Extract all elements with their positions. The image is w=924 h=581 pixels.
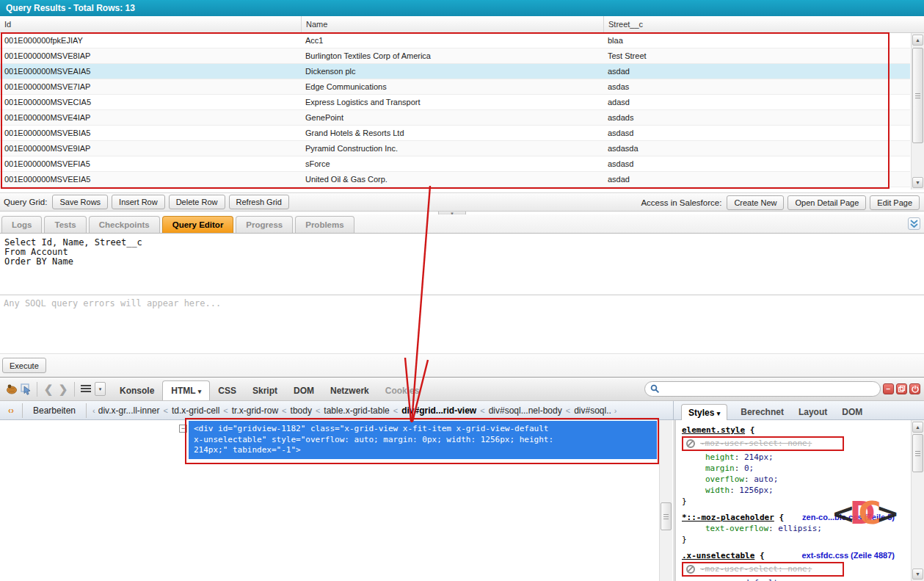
breadcrumb-scroll-left-icon[interactable]: ‹ [90, 406, 98, 415]
node-collapse-toggle[interactable]: − [179, 425, 187, 433]
css-source-link[interactable]: zen-co...ble.css (Zeile 5) [802, 512, 895, 523]
selected-element-source[interactable]: <div id="gridview-1182" class="x-grid-vi… [189, 421, 657, 459]
panel-menu-button[interactable] [79, 381, 93, 397]
css-property-disabled[interactable]: -moz-user-select: none; [682, 436, 844, 451]
table-row[interactable]: 001E000000MSVEAIA5Dickenson plcasdad [0, 64, 910, 79]
css-property[interactable]: height: 214px; [682, 452, 911, 463]
scrollbar-thumb[interactable] [912, 434, 923, 472]
breadcrumb-item[interactable]: div#soql...nel-body [488, 405, 563, 416]
css-styles-panel: element.style {-moz-user-select: none;he… [676, 420, 911, 581]
toolbar-separator [86, 403, 87, 418]
grid-scrollbar[interactable]: ▲ ▼ [911, 33, 924, 190]
breadcrumb-item[interactable]: div#grid...rid-view [401, 405, 477, 416]
side-panel-tabs: Styles ▾ Berechnet Layout DOM [681, 401, 864, 420]
scroll-down-button[interactable]: ▼ [912, 569, 923, 580]
table-row[interactable]: 001E000000MSVE8IAPBurlington Textiles Co… [0, 48, 910, 64]
search-box[interactable] [644, 381, 881, 397]
edit-button[interactable]: Bearbeiten [26, 405, 82, 416]
access-in-salesforce-label: Access in Salesforce: [641, 198, 721, 207]
tab-logs[interactable]: Logs [1, 216, 42, 233]
css-property[interactable]: margin: 0; [682, 463, 911, 474]
history-forward-button[interactable]: ❯ [56, 381, 70, 397]
tab-query-editor[interactable]: Query Editor [162, 216, 234, 233]
side-tab-dom[interactable]: DOM [840, 407, 864, 420]
scrollbar-thumb[interactable] [912, 48, 923, 143]
table-row[interactable]: 001E000000fpkEJIAYAcc1blaa [0, 33, 910, 48]
quick-edit-button[interactable]: ‹› [4, 403, 18, 419]
breadcrumb-item[interactable]: tr.x-grid-row [231, 405, 279, 416]
firebug-tab-css[interactable]: CSS [210, 382, 244, 400]
tab-problems[interactable]: Problems [295, 216, 354, 233]
css-property[interactable]: width: 1256px; [682, 485, 911, 496]
css-property[interactable]: cursor: default; [682, 577, 911, 581]
save-rows-button[interactable]: Save Rows [52, 195, 108, 209]
table-cell: 001E000000MSVEEIA5 [0, 172, 301, 187]
deactivate-button[interactable] [909, 383, 920, 394]
breadcrumb-item[interactable]: div#soql.. [573, 405, 612, 416]
firebug-tab-netzwerk[interactable]: Netzwerk [322, 382, 377, 400]
detach-window-button[interactable] [896, 383, 907, 394]
column-header-street[interactable]: Street__c [603, 16, 910, 32]
firebug-tab-konsole[interactable]: Konsole [112, 382, 162, 400]
css-property[interactable]: overflow: auto; [682, 474, 911, 485]
css-close-brace: } [682, 534, 911, 545]
table-row[interactable]: 001E000000MSVE4IAPGenePointasdads [0, 110, 910, 126]
soql-query-editor[interactable]: Select Id, Name, Street__c From Account … [0, 234, 924, 295]
css-property[interactable]: text-overflow: ellipsis; [682, 523, 911, 534]
styles-panel-scrollbar[interactable]: ▲ ▼ [911, 420, 924, 581]
column-header-name[interactable]: Name [301, 16, 603, 32]
refresh-grid-button[interactable]: Refresh Grid [229, 195, 289, 209]
tab-progress[interactable]: Progress [236, 216, 293, 233]
side-tab-styles[interactable]: Styles ▾ [681, 404, 727, 420]
breadcrumb-item[interactable]: tbody [290, 405, 313, 416]
breadcrumb-item[interactable]: td.x-grid-cell [171, 405, 220, 416]
firebug-tab-html[interactable]: HTML ▾ [162, 380, 210, 400]
tab-checkpoints[interactable]: Checkpoints [89, 216, 160, 233]
panel-collapse-button[interactable] [908, 217, 920, 230]
code-brackets-icon: ‹› [8, 405, 14, 416]
side-tab-berechnet[interactable]: Berechnet [739, 407, 785, 420]
scroll-up-button[interactable]: ▲ [912, 422, 923, 433]
open-detail-page-button[interactable]: Open Detail Page [787, 195, 866, 210]
scrollbar-thumb[interactable] [661, 502, 672, 530]
minimize-button[interactable]: − [883, 383, 894, 394]
query-results-title: Query Results - Total Rows: 13 [6, 3, 135, 13]
inspect-element-button[interactable] [18, 381, 33, 397]
table-cell: 001E000000fpkEJIAY [0, 33, 301, 48]
history-back-button[interactable]: ❮ [41, 381, 56, 397]
side-tab-layout[interactable]: Layout [797, 407, 829, 420]
table-row[interactable]: 001E000000MSVECIA5Express Logistics and … [0, 95, 910, 110]
delete-row-button[interactable]: Delete Row [169, 195, 225, 209]
create-new-button[interactable]: Create New [727, 195, 784, 210]
table-row[interactable]: 001E000000MSVEEIA5United Oil & Gas Corp.… [0, 172, 910, 187]
search-input[interactable] [663, 384, 875, 394]
editor-tab-strip: Logs Tests Checkpoints Query Editor Prog… [0, 214, 924, 234]
firebug-tab-skript[interactable]: Skript [244, 382, 285, 400]
breadcrumb-scroll-right-icon[interactable]: › [612, 406, 619, 415]
table-cell: asdasd [603, 126, 910, 141]
breadcrumb-separator: < [390, 406, 401, 415]
css-source-link[interactable]: ext-sfdc.css (Zeile 4887) [801, 550, 895, 561]
firebug-tab-dom[interactable]: DOM [285, 382, 322, 400]
tab-tests[interactable]: Tests [44, 216, 86, 233]
breadcrumb-item[interactable]: table.x-grid-table [323, 405, 390, 416]
execute-button[interactable]: Execute [2, 358, 46, 373]
scroll-down-button[interactable]: ▼ [912, 177, 923, 188]
disabled-icon [686, 565, 695, 574]
column-header-id[interactable]: Id [0, 16, 301, 32]
scroll-up-button[interactable]: ▲ [912, 35, 923, 46]
table-row[interactable]: 001E000000MSVEBIA5Grand Hotels & Resorts… [0, 126, 910, 141]
table-row[interactable]: 001E000000MSVEFIA5sForceasdasd [0, 156, 910, 172]
html-panel-scrollbar[interactable] [659, 420, 672, 581]
panel-menu-dropdown-button[interactable]: ▾ [95, 382, 106, 396]
breadcrumb-item[interactable]: div.x-gr...ll-inner [98, 405, 161, 416]
css-property-disabled[interactable]: -moz-user-select: none; [682, 562, 844, 577]
table-cell: asdasd [603, 156, 910, 172]
table-row[interactable]: 001E000000MSVE9IAPPyramid Construction I… [0, 141, 910, 156]
table-cell: 001E000000MSVEFIA5 [0, 156, 301, 172]
firebug-tab-cookies[interactable]: Cookies [377, 382, 428, 400]
table-row[interactable]: 001E000000MSVE7IAPEdge Communicationsasd… [0, 79, 910, 95]
insert-row-button[interactable]: Insert Row [112, 195, 165, 209]
firebug-menu-button[interactable] [4, 381, 18, 397]
edit-page-button[interactable]: Edit Page [870, 195, 920, 210]
